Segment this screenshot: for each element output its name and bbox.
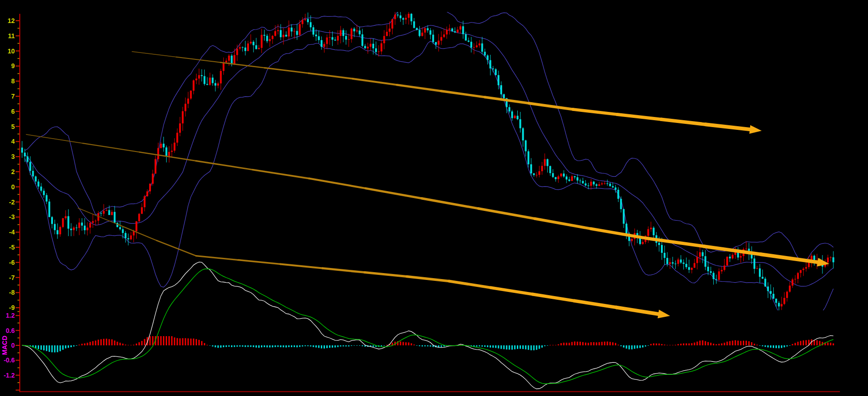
main-axis-label: -5 [9, 244, 15, 251]
main-axis-label: 10 [7, 47, 15, 55]
macd-panel-label: MACD [1, 336, 8, 355]
main-axis-label: -4 [9, 228, 15, 236]
kline-chart[interactable]: 121110987654320-2-3-4-5-6-7-8-91.20.60-0… [0, 0, 868, 396]
macd-axis-label: -0.6 [4, 356, 15, 364]
main-axis-label: 6 [11, 108, 15, 115]
main-axis-label: 3 [11, 153, 15, 160]
main-axis-label: -7 [9, 274, 15, 281]
main-axis-label: 9 [11, 62, 15, 70]
main-axis-label: 8 [11, 77, 15, 85]
macd-axis-label: 1.2 [6, 312, 15, 319]
macd-axis-label: -1.2 [4, 372, 15, 379]
main-axis-label: -2 [9, 198, 15, 206]
main-axis-label: -9 [9, 304, 15, 311]
main-axis-label: 0 [11, 183, 15, 191]
macd-axis-label: 0 [11, 342, 15, 349]
main-axis-label: 4 [11, 138, 15, 145]
macd-axis-label: 0.6 [6, 327, 15, 334]
main-axis-label: -8 [9, 289, 15, 296]
main-axis-label: 7 [11, 93, 15, 100]
main-axis-label: 12 [7, 17, 15, 24]
main-axis-label: 2 [11, 168, 15, 175]
main-axis-label: -3 [9, 213, 15, 221]
trading-app-window: 【胆089中123】频率K线(当前遗漏:1 周期:1 理论周期:1.52) 12… [0, 0, 868, 396]
main-axis-label: -6 [9, 259, 15, 266]
main-axis-label: 11 [8, 32, 15, 40]
main-axis-label: 5 [11, 123, 15, 130]
